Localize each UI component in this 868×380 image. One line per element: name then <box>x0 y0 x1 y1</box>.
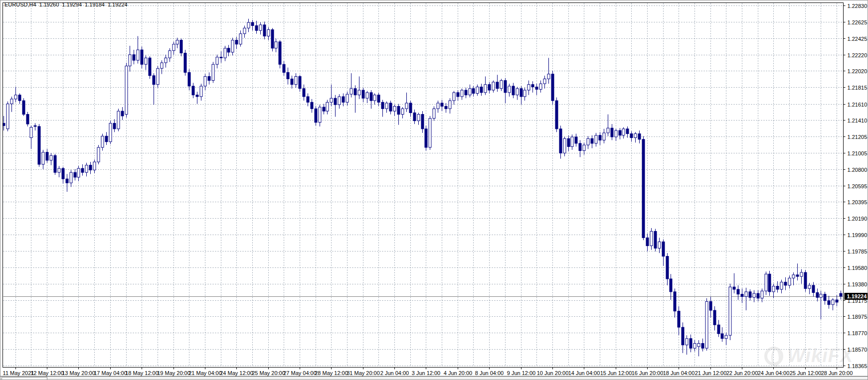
svg-text:1.19224: 1.19224 <box>847 293 868 299</box>
svg-text:2 Jun 04:00: 2 Jun 04:00 <box>380 370 409 376</box>
svg-text:1.19580: 1.19580 <box>848 265 868 271</box>
svg-text:1.21205: 1.21205 <box>848 134 868 140</box>
svg-text:25 May 20:00: 25 May 20:00 <box>252 370 285 376</box>
trading-chart-window: WikiFX 1.228301.226251.224251.222201.220… <box>0 0 868 380</box>
svg-text:9 Jun 12:00: 9 Jun 12:00 <box>507 370 536 376</box>
svg-text:1.20395: 1.20395 <box>848 199 868 205</box>
svg-text:1.20595: 1.20595 <box>848 183 868 189</box>
svg-text:1.18570: 1.18570 <box>848 347 868 353</box>
svg-text:18 May 12:00: 18 May 12:00 <box>125 370 159 376</box>
svg-text:12 May 12:00: 12 May 12:00 <box>30 370 64 376</box>
svg-text:24 May 12:00: 24 May 12:00 <box>220 370 253 376</box>
candles <box>2 19 842 357</box>
svg-text:14 Jun 04:00: 14 Jun 04:00 <box>568 370 600 376</box>
price-axis[interactable]: 1.228301.226251.224251.222201.220201.218… <box>844 3 868 369</box>
svg-text:1.19380: 1.19380 <box>848 281 868 287</box>
symbol-period-label: EURUSD,H4 <box>4 1 36 7</box>
svg-text:1.18770: 1.18770 <box>848 330 868 336</box>
svg-text:17 May 04:00: 17 May 04:00 <box>94 370 127 376</box>
svg-text:1.22020: 1.22020 <box>848 68 868 74</box>
high-value: 1.19294 <box>62 1 82 7</box>
svg-text:1.19990: 1.19990 <box>848 232 868 238</box>
svg-text:31 May 20:00: 31 May 20:00 <box>347 370 380 376</box>
svg-text:28 May 12:00: 28 May 12:00 <box>315 370 348 376</box>
svg-text:22 Jun 20:00: 22 Jun 20:00 <box>726 370 758 376</box>
svg-text:1.21005: 1.21005 <box>848 150 868 156</box>
svg-text:18 Jun 04:00: 18 Jun 04:00 <box>663 370 695 376</box>
candlestick-chart[interactable]: 1.228301.226251.224251.222201.220201.218… <box>0 0 868 380</box>
svg-text:1.20190: 1.20190 <box>848 216 868 222</box>
svg-text:1.21815: 1.21815 <box>848 85 868 91</box>
window-bottom-bar <box>0 376 868 380</box>
chart-title: EURUSD,H41.192601.192941.191841.19224 <box>4 1 131 7</box>
svg-text:8 Jun 04:00: 8 Jun 04:00 <box>475 370 504 376</box>
svg-text:13 May 20:00: 13 May 20:00 <box>62 370 95 376</box>
svg-text:27 May 04:00: 27 May 04:00 <box>283 370 317 376</box>
svg-text:1.21610: 1.21610 <box>848 102 868 108</box>
svg-text:3 Jun 12:00: 3 Jun 12:00 <box>412 370 441 376</box>
svg-text:4 Jun 20:00: 4 Jun 20:00 <box>444 370 473 376</box>
svg-text:25 Jun 12:00: 25 Jun 12:00 <box>790 370 822 376</box>
svg-text:16 Jun 20:00: 16 Jun 20:00 <box>632 370 664 376</box>
svg-text:1.18365: 1.18365 <box>848 363 868 369</box>
svg-text:15 Jun 12:00: 15 Jun 12:00 <box>600 370 632 376</box>
svg-text:28 Jun 20:00: 28 Jun 20:00 <box>821 370 853 376</box>
svg-text:1.20800: 1.20800 <box>848 167 868 173</box>
svg-text:1.21410: 1.21410 <box>848 118 868 124</box>
svg-text:11 May 2021: 11 May 2021 <box>3 370 34 376</box>
svg-text:1.19785: 1.19785 <box>848 249 868 254</box>
svg-text:19 May 20:00: 19 May 20:00 <box>157 370 190 376</box>
horizontal-scrollbar-thumb[interactable] <box>1 377 47 380</box>
close-value: 1.19224 <box>108 1 128 7</box>
open-value: 1.19260 <box>39 1 59 7</box>
svg-text:24 Jun 04:00: 24 Jun 04:00 <box>758 370 790 376</box>
svg-text:21 Jun 12:00: 21 Jun 12:00 <box>695 370 727 376</box>
svg-text:1.18975: 1.18975 <box>848 314 868 320</box>
time-axis[interactable]: 11 May 202112 May 12:0013 May 20:0017 Ma… <box>3 368 853 376</box>
low-value: 1.19184 <box>85 1 105 7</box>
svg-text:21 May 04:00: 21 May 04:00 <box>188 370 222 376</box>
svg-text:1.22220: 1.22220 <box>848 52 868 58</box>
svg-text:1.22830: 1.22830 <box>848 3 868 9</box>
svg-text:1.22425: 1.22425 <box>848 36 868 42</box>
svg-text:10 Jun 20:00: 10 Jun 20:00 <box>537 370 569 376</box>
svg-text:1.22625: 1.22625 <box>848 19 868 25</box>
current-price-badge: 1.19224 <box>845 293 868 300</box>
